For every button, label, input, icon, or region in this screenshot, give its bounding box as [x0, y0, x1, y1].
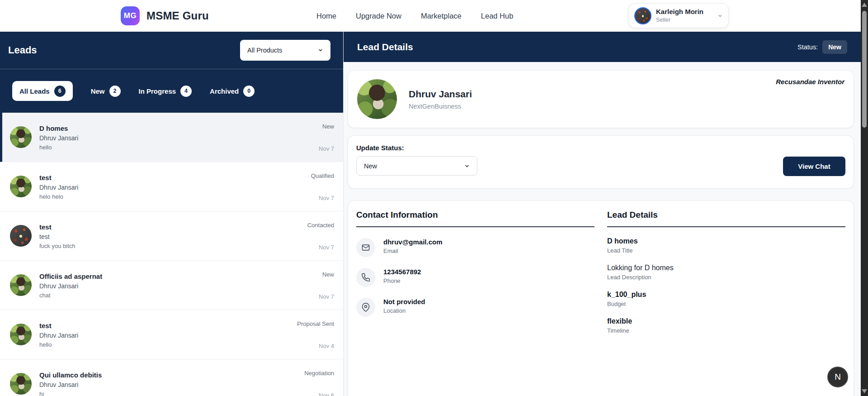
lead-description-value: Lokking for D homes: [607, 264, 845, 272]
lead-contact-name: Dhruv Jansari: [39, 184, 303, 191]
nav-marketplace[interactable]: Marketplace: [421, 12, 462, 20]
lead-profile-company: NextGenBuisness: [409, 103, 472, 110]
contact-phone-value: 1234567892: [383, 268, 421, 276]
detail-body: Dhruv Jansari NextGenBuisness Recusandae…: [344, 62, 861, 396]
lead-text: Qui ullamco debitis Dhruv Jansari hi: [39, 370, 297, 396]
scrollbar-thumb[interactable]: [862, 11, 867, 128]
lead-description-row: Lokking for D homes Lead Description: [607, 264, 845, 281]
logo-text: MG: [124, 11, 137, 20]
top-nav: Home Upgrade Now Marketplace Lead Hub: [316, 0, 513, 32]
nav-lead-hub[interactable]: Lead Hub: [481, 12, 514, 20]
app-logo: MG: [121, 6, 140, 25]
lead-profile-tag: Recusandae Inventor: [776, 78, 844, 86]
contact-phone-label: Phone: [383, 277, 421, 284]
user-menu[interactable]: Karleigh Morin Seller: [628, 3, 729, 28]
lead-budget-row: k_100_plus Budget: [607, 291, 845, 307]
detail-panel-title: Lead Details: [357, 42, 413, 52]
lead-date: Nov 7: [319, 293, 334, 300]
lead-budget-label: Budget: [607, 301, 845, 307]
lead-details-heading: Lead Details: [607, 210, 845, 227]
lead-contact-name: Dhruv Jansari: [39, 332, 289, 339]
lead-text: D homes Dhruv Jansari hello: [39, 124, 311, 151]
lead-avatar: [10, 126, 32, 148]
update-status-value: New: [364, 162, 377, 170]
lead-contact-name: Dhruv Jansari: [39, 134, 311, 142]
update-status-select[interactable]: New: [356, 156, 477, 176]
nav-upgrade-now[interactable]: Upgrade Now: [356, 12, 401, 20]
lead-info-card: Contact Information dhruv@gmail.com Emai…: [348, 200, 854, 396]
chevron-down-icon: [318, 48, 323, 53]
scrollbar-down-arrow[interactable]: [862, 389, 867, 393]
lead-profile-name: Dhruv Jansari: [409, 89, 472, 100]
tab-in-progress[interactable]: In Progress 4: [139, 86, 192, 97]
leads-panel-title: Leads: [8, 44, 37, 56]
lead-status: Proposal Sent: [297, 320, 334, 327]
nav-home[interactable]: Home: [316, 12, 336, 20]
tab-label: New: [91, 87, 105, 95]
tab-count-badge: 2: [109, 86, 121, 97]
product-filter-value: All Products: [247, 47, 282, 54]
tab-all-leads[interactable]: All Leads 6: [12, 81, 73, 101]
update-status-card: Update Status: New View Chat: [348, 135, 854, 189]
lead-title: test: [39, 174, 303, 181]
lead-timeline-value: flexible: [607, 317, 845, 325]
tab-count-badge: 4: [180, 86, 192, 97]
scrollbar-up-arrow[interactable]: [862, 3, 867, 7]
lead-title-label: Lead Title: [607, 247, 845, 254]
product-filter-select[interactable]: All Products: [240, 40, 330, 61]
contact-row-phone: 1234567892 Phone: [356, 268, 594, 287]
tab-count-badge: 6: [54, 86, 66, 97]
lead-last-message: fuck you bitch: [39, 243, 300, 249]
lead-budget-value: k_100_plus: [607, 291, 845, 299]
lead-status: New: [322, 123, 334, 130]
lead-list-item[interactable]: Qui ullamco debitis Dhruv Jansari hi Neg…: [0, 359, 343, 396]
lead-title: Officiis ad aspernat: [39, 272, 311, 280]
contact-row-email: dhruv@gmail.com Email: [356, 238, 594, 257]
leads-header: Leads All Products: [0, 32, 343, 69]
user-meta: Karleigh Morin Seller: [656, 8, 713, 24]
status-label: Status:: [797, 43, 818, 51]
lead-list-item[interactable]: test test fuck you bitch Contacted Nov 7: [0, 211, 343, 261]
lead-meta: Contacted Nov 7: [307, 221, 334, 251]
lead-list-item[interactable]: test Dhruv Jansari hello Proposal Sent N…: [0, 310, 343, 359]
contact-location-value: Not provided: [383, 298, 425, 305]
lead-meta: New Nov 7: [319, 122, 334, 152]
lead-date: Nov 7: [319, 145, 334, 152]
lead-list-item[interactable]: test Dhruv Jansari helo helo Qualified N…: [0, 162, 343, 211]
lead-text: Officiis ad aspernat Dhruv Jansari chat: [39, 272, 311, 299]
view-chat-button[interactable]: View Chat: [783, 157, 845, 176]
top-bar: MG MSME Guru Home Upgrade Now Marketplac…: [0, 0, 861, 32]
tab-archived[interactable]: Archived 0: [210, 86, 255, 97]
lead-avatar: [10, 274, 32, 296]
contact-text: 1234567892 Phone: [383, 268, 421, 284]
detail-status: Status: New: [797, 40, 847, 54]
user-name: Karleigh Morin: [656, 8, 713, 16]
lead-title: test: [39, 322, 289, 329]
lead-detail-panel: Lead Details Status: New Dhruv Jansari N…: [344, 32, 861, 396]
notifications-fab[interactable]: N: [827, 367, 848, 387]
contact-row-location: Not provided Location: [356, 298, 594, 317]
tab-new[interactable]: New 2: [91, 86, 121, 97]
lead-list-item[interactable]: Officiis ad aspernat Dhruv Jansari chat …: [0, 261, 343, 310]
lead-meta: Proposal Sent Nov 4: [297, 320, 334, 349]
contact-email-value: dhruv@gmail.com: [383, 238, 442, 246]
user-avatar: [634, 7, 651, 24]
lead-timeline-label: Timeline: [607, 327, 845, 334]
lead-title: D homes: [39, 124, 311, 132]
lead-contact-name: Dhruv Jansari: [39, 381, 297, 388]
lead-list-item[interactable]: D homes Dhruv Jansari hello New Nov 7: [0, 113, 343, 162]
contact-text: dhruv@gmail.com Email: [383, 238, 442, 254]
lead-status: Negotiation: [304, 370, 334, 377]
page-scrollbar[interactable]: [861, 0, 868, 396]
lead-list: D homes Dhruv Jansari hello New Nov 7 te…: [0, 113, 343, 396]
fab-label: N: [835, 372, 841, 382]
lead-last-message: chat: [39, 292, 311, 299]
lead-avatar: [10, 324, 32, 345]
lead-meta: Negotiation Nov 6: [304, 369, 334, 396]
lead-avatar: [10, 373, 32, 395]
lead-text: test Dhruv Jansari helo helo: [39, 173, 303, 200]
lead-status: Contacted: [307, 222, 334, 229]
lead-meta: Qualified Nov 7: [311, 172, 334, 201]
lead-profile-card: Dhruv Jansari NextGenBuisness Recusandae…: [348, 70, 854, 128]
lead-profile-text: Dhruv Jansari NextGenBuisness: [409, 89, 472, 110]
